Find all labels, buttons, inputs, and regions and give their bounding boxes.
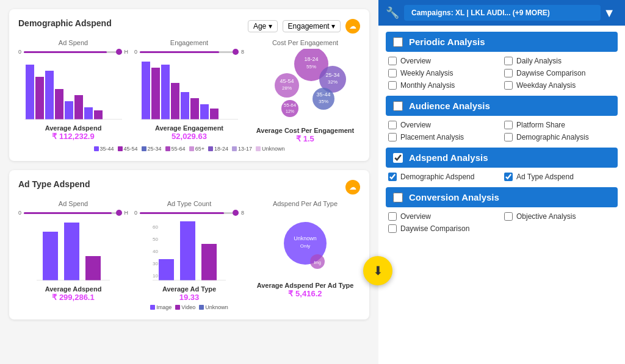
avg-engagement-value: 52,029.63	[155, 132, 223, 141]
campaigns-button[interactable]: Campaigns: XL | LKL AUDI... (+9 MORE)	[404, 5, 601, 21]
periodic-daily[interactable]: Daily Analysis	[504, 57, 615, 65]
avg-adspend-label: Average Adspend	[45, 124, 102, 132]
svg-text:35%: 35%	[319, 99, 328, 104]
adtype-count-label: Ad Type Count	[167, 200, 212, 207]
adspend-label: Ad Spend	[59, 39, 88, 46]
svg-text:45-54: 45-54	[280, 78, 294, 84]
avg-cpe-value: ₹ 1.5	[256, 134, 354, 143]
conversion-checkbox[interactable]	[393, 193, 403, 202]
adspend-per-adtype-section: Adspend Per Ad Type Unknown Only Img Ave…	[250, 200, 360, 302]
filter-button[interactable]: ▼	[601, 6, 618, 20]
svg-rect-11	[161, 65, 170, 120]
svg-text:25-34: 25-34	[325, 72, 339, 78]
periodic-options: Overview Daily Analysis Weekly Analysis …	[386, 57, 618, 90]
svg-rect-4	[65, 101, 73, 120]
svg-rect-13	[181, 92, 189, 120]
svg-rect-34	[64, 223, 79, 280]
cpe-chart-section: Cost Per Engagement 18-24 55% 25-34 32% …	[250, 39, 360, 143]
conversion-options: Overview Objective Analysis Daywise Comp…	[386, 212, 618, 233]
svg-text:30: 30	[153, 261, 158, 266]
engagement-label: Engagement	[170, 39, 208, 46]
engagement-chart-section: Engagement 0 8	[134, 39, 244, 143]
avg-adtype-adspend-label: Average Adspend	[45, 285, 102, 293]
audience-checkbox[interactable]	[393, 101, 403, 111]
svg-rect-2	[45, 71, 54, 120]
adtype-adspend-label: Ad Spend	[59, 200, 88, 207]
cpe-label: Cost Per Engagement	[272, 39, 338, 46]
adspend-per-adtype-label: Adspend Per Ad Type	[273, 200, 338, 207]
svg-text:55%: 55%	[306, 64, 316, 70]
svg-text:12%: 12%	[286, 109, 294, 113]
avg-adspend-per-adtype-label: Average Adspend Per Ad Type	[257, 282, 354, 289]
card1-controls: Age ▾ Engagement ▾ ☁	[248, 19, 360, 34]
svg-rect-16	[210, 109, 219, 120]
periodic-checkbox[interactable]	[393, 37, 403, 47]
avg-adtype-count-value: 19.33	[162, 293, 216, 302]
svg-text:32%: 32%	[328, 79, 338, 85]
periodic-daywise[interactable]: Daywise Comparison	[504, 69, 615, 77]
svg-text:Only: Only	[300, 243, 310, 249]
avg-engagement-label: Average Engagement	[155, 124, 223, 132]
adspend-demographic[interactable]: Demographic Adspend	[388, 173, 499, 181]
svg-rect-14	[190, 98, 199, 120]
svg-rect-7	[94, 110, 103, 120]
svg-rect-33	[43, 232, 58, 280]
svg-rect-9	[142, 62, 150, 120]
svg-text:60: 60	[153, 224, 158, 230]
periodic-overview[interactable]: Overview	[388, 57, 499, 65]
periodic-weekly[interactable]: Weekly Analysis	[388, 69, 499, 77]
svg-rect-15	[200, 104, 209, 120]
svg-rect-10	[151, 68, 160, 120]
periodic-analysis-header[interactable]: Periodic Analysis	[386, 32, 618, 52]
svg-rect-6	[84, 107, 93, 120]
card2-title: Ad Type Adspend	[18, 179, 90, 189]
avg-adspend-per-adtype-value: ₹ 5,416.2	[257, 289, 354, 298]
download-icon-card2[interactable]: ☁	[345, 180, 360, 194]
svg-text:28%: 28%	[282, 85, 292, 91]
svg-rect-5	[74, 95, 83, 120]
periodic-weekday[interactable]: Weekday Analysis	[504, 81, 615, 90]
adspend-adtype[interactable]: Ad Type Adspend	[504, 173, 615, 181]
wrench-icon: 🔧	[386, 6, 399, 20]
audience-demographic[interactable]: Demographic Analysis	[504, 133, 615, 141]
adtype-count-section: Ad Type Count 0 8 60 50 40	[134, 200, 244, 302]
audience-placement[interactable]: Placement Analysis	[388, 133, 499, 141]
conversion-objective[interactable]: Objective Analysis	[504, 212, 615, 221]
card1-legend: 35-44 45-54 25-34 55-64 65+ 18-24 13-17 …	[18, 146, 360, 152]
svg-rect-1	[35, 77, 44, 120]
avg-adtype-count-label: Average Ad Type	[162, 285, 216, 293]
right-content: Periodic Analysis Overview Daily Analysi…	[378, 26, 625, 364]
audience-label: Audience Analysis	[409, 101, 490, 111]
svg-rect-35	[85, 256, 101, 280]
download-icon-card1[interactable]: ☁	[345, 19, 360, 34]
svg-text:50: 50	[153, 237, 158, 242]
svg-text:10: 10	[153, 273, 158, 279]
download-fab-button[interactable]: ⬇	[363, 256, 392, 285]
demographic-adspend-card: Demographic Adspend Age ▾ Engagement ▾ ☁…	[9, 9, 369, 161]
svg-rect-12	[171, 83, 179, 120]
right-panel: 🔧 Campaigns: XL | LKL AUDI... (+9 MORE) …	[378, 0, 625, 364]
right-top-bar: 🔧 Campaigns: XL | LKL AUDI... (+9 MORE) …	[378, 0, 625, 26]
svg-text:Img: Img	[314, 260, 321, 265]
age-dropdown[interactable]: Age ▾	[248, 20, 278, 32]
svg-rect-38	[180, 221, 195, 280]
adspend-checkbox[interactable]	[393, 153, 403, 163]
audience-overview[interactable]: Overview	[388, 121, 499, 129]
card2-legend: Image Video Unknown	[18, 304, 360, 310]
engagement-dropdown[interactable]: Engagement ▾	[283, 20, 341, 32]
adspend-analysis-header[interactable]: Adspend Analysis	[386, 148, 618, 168]
svg-text:18-24: 18-24	[304, 56, 318, 62]
svg-rect-39	[201, 244, 217, 280]
adtype-adspend-card: Ad Type Adspend ☁ Ad Spend 0 H	[9, 170, 369, 319]
periodic-monthly[interactable]: Monthly Analysis	[388, 81, 499, 90]
audience-platform[interactable]: Platform Share	[504, 121, 615, 129]
conversion-daywise[interactable]: Daywise Comparison	[388, 224, 499, 233]
left-panel: Demographic Adspend Age ▾ Engagement ▾ ☁…	[0, 0, 378, 364]
conversion-analysis-header[interactable]: Conversion Analysis	[386, 187, 618, 207]
audience-analysis-header[interactable]: Audience Analysis	[386, 96, 618, 116]
avg-adtype-adspend-value: ₹ 299,286.1	[45, 293, 102, 302]
avg-cpe-label: Average Cost Per Engagement	[256, 127, 354, 134]
svg-rect-3	[55, 89, 63, 120]
avg-adspend-value: ₹ 112,232.9	[45, 132, 102, 141]
conversion-overview[interactable]: Overview	[388, 212, 499, 221]
